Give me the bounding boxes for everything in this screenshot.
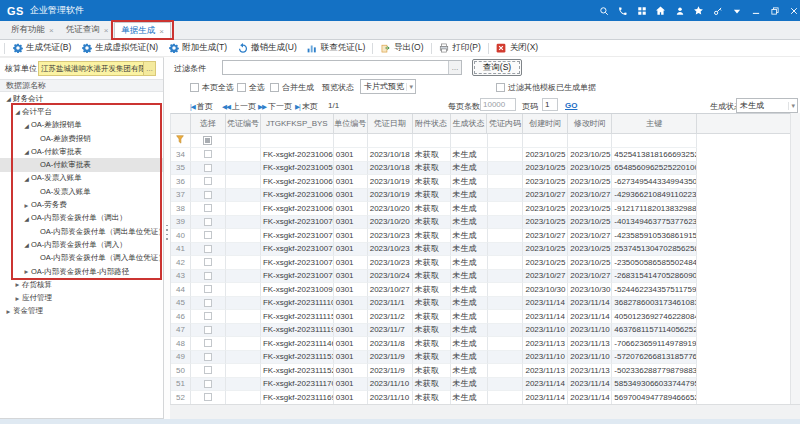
tree-item[interactable]: ◢OA-差旅报销单 bbox=[0, 119, 163, 132]
tree-expanded-icon[interactable]: ◢ bbox=[22, 175, 31, 182]
toolbar-button-print[interactable]: 打印(P) bbox=[434, 42, 486, 54]
home-icon[interactable] bbox=[655, 5, 666, 16]
row-select-cell[interactable] bbox=[191, 351, 226, 365]
user-icon[interactable] bbox=[674, 5, 685, 16]
row-checkbox[interactable] bbox=[204, 177, 212, 185]
tree-collapsed-icon[interactable]: ▸ bbox=[22, 267, 31, 276]
tree-collapsed-icon[interactable]: ▸ bbox=[13, 280, 22, 289]
tab-item-1[interactable]: 凭证查询× bbox=[60, 21, 115, 39]
row-select-cell[interactable] bbox=[191, 189, 226, 203]
prev-page-button[interactable]: ◀◀ 上一页 bbox=[222, 101, 256, 112]
column-header[interactable]: 主键 bbox=[612, 114, 697, 134]
tree-expanded-icon[interactable]: ◢ bbox=[4, 95, 13, 102]
merge-generate-checkbox[interactable]: 合并生成 bbox=[270, 82, 314, 93]
row-select-cell[interactable] bbox=[191, 391, 226, 405]
tree-collapsed-icon[interactable]: ▸ bbox=[22, 201, 31, 210]
column-header[interactable]: 凭证编号 bbox=[226, 114, 261, 134]
toolbar-button-export[interactable]: 导出(O) bbox=[375, 42, 428, 54]
column-header[interactable]: 凭证内码 bbox=[487, 114, 523, 134]
row-select-cell[interactable] bbox=[191, 256, 226, 270]
checkbox-icon[interactable] bbox=[270, 83, 279, 92]
first-page-button[interactable]: |◀ 首页 bbox=[190, 101, 213, 112]
row-select-cell[interactable] bbox=[191, 148, 226, 162]
page-number-input[interactable] bbox=[542, 98, 558, 111]
tree-item[interactable]: ◢OA-发票入账单 bbox=[0, 172, 163, 185]
toolbar-button-closebox[interactable]: 关闭(X) bbox=[491, 42, 543, 54]
tree-item[interactable]: ◢会计平台 bbox=[0, 105, 163, 118]
column-header[interactable]: 凭证日期 bbox=[368, 114, 413, 134]
preview-state-dropdown[interactable]: 卡片式预览 ▾ bbox=[360, 79, 416, 94]
row-select-cell[interactable] bbox=[191, 283, 226, 297]
next-page-button[interactable]: ▶▶ 下一页 bbox=[258, 101, 292, 112]
row-checkbox[interactable] bbox=[204, 245, 212, 253]
column-header[interactable]: 附件状态 bbox=[413, 114, 451, 134]
tab-close-icon[interactable]: × bbox=[104, 26, 109, 35]
filter-more-button[interactable]: … bbox=[448, 61, 461, 74]
column-header[interactable]: JTGKFKSP_BYS bbox=[261, 114, 334, 134]
row-select-cell[interactable] bbox=[191, 229, 226, 243]
row-checkbox[interactable] bbox=[204, 164, 212, 172]
row-checkbox[interactable] bbox=[204, 272, 212, 280]
go-link[interactable]: GO bbox=[565, 101, 577, 110]
row-select-cell[interactable] bbox=[191, 297, 226, 311]
tree-item[interactable]: ▸OA-内部资金拨付单-内部路径 bbox=[0, 265, 163, 278]
table-row[interactable]: 47FK-xsgkf-20231111903012023/11/7未获取未生成2… bbox=[171, 324, 790, 338]
table-row[interactable]: 50FK-xsgkf-20231115203012023/11/9未获取未生成2… bbox=[171, 364, 790, 378]
table-row[interactable]: 45FK-xsgkf-20231111003012023/11/1未获取未生成2… bbox=[171, 297, 790, 311]
contact-icon[interactable] bbox=[617, 5, 628, 16]
table-row[interactable]: 46FK-xsgkf-20231111503012023/11/2未获取未生成2… bbox=[171, 310, 790, 324]
key-icon[interactable] bbox=[712, 5, 723, 16]
tree-expanded-icon[interactable]: ◢ bbox=[22, 122, 31, 129]
generate-state-dropdown[interactable]: 未生成 ▾ bbox=[736, 98, 798, 113]
filter-funnel-cell[interactable] bbox=[171, 134, 191, 148]
column-header[interactable]: 单位编号 bbox=[334, 114, 368, 134]
table-row[interactable]: 51FK-xsgkf-20231117003012023/11/10未获取未生成… bbox=[171, 378, 790, 392]
toolbar-button-chart[interactable]: 联查凭证(L) bbox=[302, 42, 370, 54]
indeterminate-checkbox-icon[interactable] bbox=[203, 136, 212, 145]
row-checkbox[interactable] bbox=[204, 258, 212, 266]
vertical-scrollbar[interactable] bbox=[790, 113, 800, 404]
tree-item[interactable]: OA-发票入账单 bbox=[0, 185, 163, 198]
tree-item[interactable]: ◢OA-内部资金拨付单（调入） bbox=[0, 238, 163, 251]
table-row[interactable]: 34FK-xsgkf-20231006203012023/10/18未获取未生成… bbox=[171, 148, 790, 162]
tree-expanded-icon[interactable]: ◢ bbox=[13, 108, 22, 115]
star-icon[interactable] bbox=[693, 5, 704, 16]
tree-item[interactable]: OA-付款审批表 bbox=[0, 158, 163, 171]
row-select-cell[interactable] bbox=[191, 175, 226, 189]
row-select-cell[interactable] bbox=[191, 216, 226, 230]
toolbar-button-undo[interactable]: 撤销生成(U) bbox=[232, 42, 302, 54]
apps-icon[interactable] bbox=[636, 5, 647, 16]
tab-item-0[interactable]: 所有功能× bbox=[5, 21, 60, 39]
minimize-icon[interactable] bbox=[750, 5, 761, 16]
table-row[interactable]: 42FK-xsgkf-20231007403012023/10/23未获取未生成… bbox=[171, 256, 790, 270]
close-icon[interactable] bbox=[788, 5, 799, 16]
tree-item[interactable]: ▸存货核算 bbox=[0, 278, 163, 291]
table-row[interactable]: 48FK-xsgkf-20231114603012023/11/8未获取未生成2… bbox=[171, 337, 790, 351]
tree-item[interactable]: OA-内部资金拨付单（调出单位凭证） bbox=[0, 225, 163, 238]
filter-select-cell[interactable] bbox=[191, 134, 226, 148]
tree-collapsed-icon[interactable]: ▸ bbox=[4, 307, 13, 316]
tree-item[interactable]: ◢财务会计 bbox=[0, 92, 163, 105]
tree-item[interactable]: ◢OA-付款审批表 bbox=[0, 145, 163, 158]
table-row[interactable]: 35FK-xsgkf-20231005603012023/10/18未获取未生成… bbox=[171, 162, 790, 176]
table-row[interactable]: 37FK-xsgkf-20231006803012023/10/19未获取未生成… bbox=[171, 189, 790, 203]
row-checkbox[interactable] bbox=[204, 191, 212, 199]
tab-item-2[interactable]: 单据生成× bbox=[114, 22, 171, 40]
table-row[interactable]: 41FK-xsgkf-20231007303012023/10/23未获取未生成… bbox=[171, 243, 790, 257]
query-button[interactable]: 查询(S) bbox=[472, 59, 522, 76]
toolbar-button-gear[interactable]: 生成虚拟凭证(N) bbox=[76, 42, 163, 54]
checkbox-icon[interactable] bbox=[237, 83, 246, 92]
select-all-checkbox[interactable]: 全选 bbox=[237, 82, 265, 93]
toolbar-button-gear[interactable]: 生成凭证(B) bbox=[7, 42, 76, 54]
checkbox-icon[interactable] bbox=[496, 83, 505, 92]
row-checkbox[interactable] bbox=[204, 218, 212, 226]
row-checkbox[interactable] bbox=[204, 393, 212, 401]
tree-collapsed-icon[interactable]: ▸ bbox=[13, 294, 22, 303]
table-row[interactable]: 39FK-xsgkf-20231007003012023/10/20未获取未生成… bbox=[171, 216, 790, 230]
accounting-unit-input[interactable]: 江苏盐城港响水港开发集团有限公司 … bbox=[38, 61, 156, 76]
row-checkbox[interactable] bbox=[204, 150, 212, 158]
tree-item[interactable]: ◢OA-内部资金拨付单（调出） bbox=[0, 212, 163, 225]
table-row[interactable]: 43FK-xsgkf-20231007503012023/10/24未获取未生成… bbox=[171, 270, 790, 284]
tree-item[interactable]: ▸资金管理 bbox=[0, 305, 163, 318]
table-row[interactable]: 40FK-xsgkf-20231007103012023/10/23未获取未生成… bbox=[171, 229, 790, 243]
